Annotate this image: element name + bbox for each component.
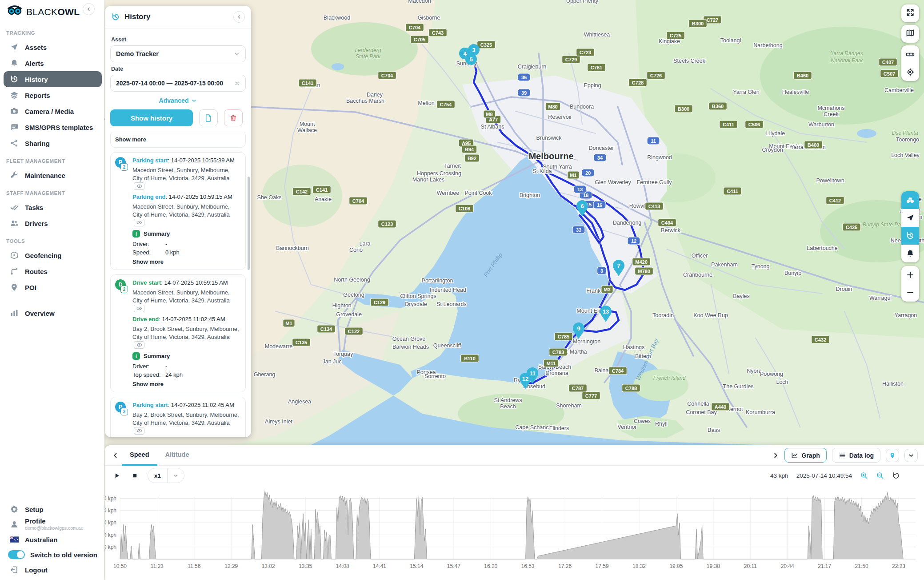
event-count-badge: 3 [120,408,128,415]
old-version-toggle[interactable] [8,550,25,559]
footer-item-australian[interactable]: Australian [4,532,102,547]
map-label-bayles: Bayles [733,293,750,299]
locate-button[interactable] [901,63,919,81]
advanced-toggle[interactable]: Advanced [110,97,246,104]
road-shield-c134: C134 [317,325,336,333]
chart-zoom-in-button[interactable] [860,471,868,479]
view-on-map-eye-button[interactable] [134,341,144,349]
gear-icon [10,505,19,514]
x-tick-label: 22:23 [892,563,905,569]
data-log-button[interactable]: Data log [832,448,880,463]
sidebar-item-maintenance[interactable]: Maintenance [4,167,102,183]
map-layers-icon [906,28,915,39]
play-button[interactable] [111,470,123,481]
chart-readout: 43 kph 2025-07-14 10:49:54 [770,471,918,479]
sidebar-item-overview[interactable]: Overview [4,305,102,321]
x-tick-label: 14:08 [336,563,349,569]
road-shield-m1: M1 [283,319,295,327]
sidebar-item-geofencing[interactable]: Geofencing [4,247,102,263]
graph-view-button[interactable]: Graph [784,448,827,463]
history-icon [111,12,120,21]
panel-prev-button[interactable] [109,449,122,462]
road-shield-c507: C507 [880,70,899,77]
map-label-sorrento: Sorrento [424,373,446,379]
sidebar-item-poi[interactable]: POI [4,279,102,295]
event-icon-column: P3 [115,402,128,437]
asset-select[interactable]: Demo Tracker [110,45,246,62]
view-on-map-eye-button[interactable] [134,305,144,312]
profile-email: demo@blackowlgps.com.au [25,526,83,531]
ruler-button[interactable] [901,45,919,63]
footer-item-logout[interactable]: Logout [4,562,102,577]
tab-altitude[interactable]: Altitude [157,445,197,466]
follow-button[interactable] [901,191,919,209]
chart-zoom-out-button[interactable] [876,471,884,479]
view-on-map-eye-button[interactable] [134,219,144,226]
date-range-input[interactable]: 2025-07-14 00:00 — 2025-07-15 00:00 [110,75,246,92]
park-label: National Park [831,57,863,64]
show-more-link[interactable]: Show more [132,381,241,387]
route-marker-5[interactable]: 5 [465,53,477,65]
clear-date-icon[interactable] [234,81,240,86]
sidebar-collapse-button[interactable] [83,3,95,15]
zoom-out-button[interactable] [901,284,919,302]
road-shield-c785: C785 [555,333,573,340]
view-on-map-eye-button[interactable] [134,182,144,190]
sidebar-item-camera-media[interactable]: Camera / Media [4,103,102,119]
sidebar-item-sharing[interactable]: Sharing [4,135,102,151]
summary-key: Speed: [132,249,165,256]
footer-item-profile[interactable]: Profiledemo@blackowlgps.com.au [4,517,102,532]
tab-speed[interactable]: Speed [122,445,157,466]
event-type-label: Parking end [132,193,165,200]
panel-next-button[interactable] [772,452,779,459]
chart-reset-button[interactable] [892,471,900,479]
delete-history-button[interactable] [224,109,243,126]
fullscreen-button[interactable] [901,4,919,22]
playback-rate-select[interactable]: x1 [148,468,184,483]
view-on-map-eye-button[interactable] [134,427,144,435]
sidebar-item-reports[interactable]: Reports [4,87,102,103]
speed-chart[interactable]: 10:5011:2311:5612:2913:0213:3514:0814:41… [105,485,924,579]
zoom-in-button[interactable] [901,266,919,284]
sidebar-item-label: SMS/GPRS templates [25,124,93,131]
export-report-button[interactable] [199,109,218,126]
scrollbar[interactable] [248,177,250,270]
show-history-button[interactable]: Show history [110,109,193,126]
map-label-warragul: Warragul [869,295,892,301]
history-panel-collapse-button[interactable] [233,11,245,23]
event-card[interactable]: P2Parking start: 14-07-2025 10:55:39 AMM… [110,152,246,270]
collapse-panel-button[interactable] [904,449,918,462]
road-shield-c141: C141 [299,79,317,87]
navigate-button[interactable] [901,209,919,227]
event-card[interactable]: Show more [110,132,246,148]
history-replay-button[interactable] [901,227,919,245]
sidebar-item-routes[interactable]: Routes [4,263,102,279]
footer-item-switch-to-old-version[interactable]: Switch to old version [4,547,102,562]
event-card[interactable]: P3Parking start: 14-07-2025 11:02:45 AMB… [110,397,246,437]
footer-item-setup[interactable]: Setup [4,502,102,517]
history-event-list[interactable]: Show moreP2Parking start: 14-07-2025 10:… [105,132,251,437]
show-more-link[interactable]: Show more [115,136,241,143]
pin-panel-button[interactable] [886,449,899,462]
sidebar-item-history[interactable]: History [4,71,102,87]
map-layers-button[interactable] [901,25,919,43]
svg-text:C425: C425 [846,225,857,230]
event-timestamp: : 14-07-2025 11:02:45 AM [168,402,234,408]
alerts-map-button[interactable] [901,245,919,262]
sidebar-item-tasks[interactable]: Tasks [4,199,102,215]
sidebar-item-sms-gprs-templates[interactable]: SMS/GPRS templates [4,119,102,135]
svg-text:C108: C108 [459,206,470,211]
event-address: Macedon Street, Sunbury, Melbourne, City… [132,289,241,312]
sidebar-item-assets[interactable]: Assets [4,39,102,55]
event-card[interactable]: D2Drive start: 14-07-2025 10:59:15 AMMac… [110,274,246,392]
map-label-gherang: Gherang [254,371,276,378]
map-label-powelltown: Powelltown [816,177,844,184]
show-more-link[interactable]: Show more [132,258,241,265]
sidebar-item-drivers[interactable]: Drivers [4,215,102,231]
map-label-lara: Lara [359,241,370,247]
event-count-badge: 2 [120,163,128,171]
map-label-officer: Officer [692,253,708,259]
sidebar-item-alerts[interactable]: Alerts [4,55,102,71]
logout-icon [10,565,19,574]
stop-button[interactable] [129,470,140,481]
